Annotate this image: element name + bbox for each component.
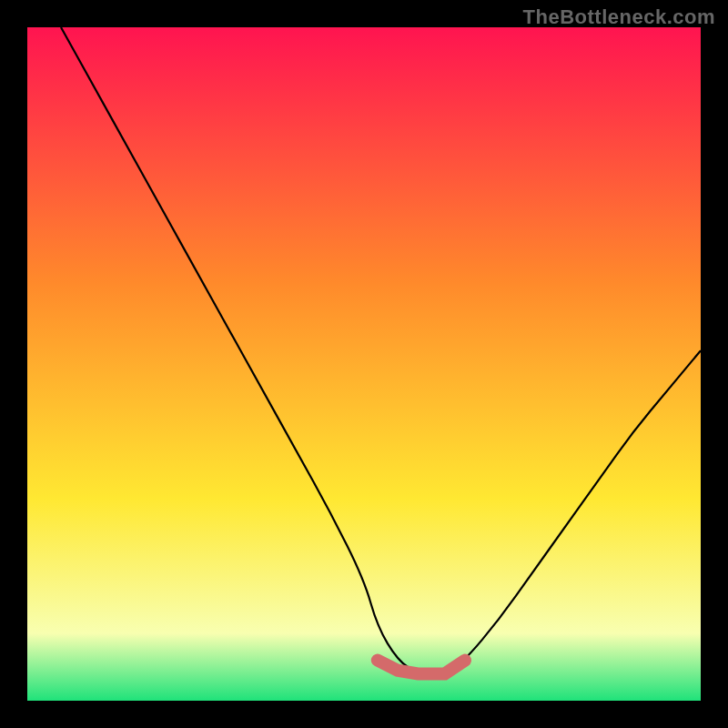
watermark-text: TheBottleneck.com (523, 5, 715, 29)
chart-svg (27, 27, 701, 701)
gradient-background (27, 27, 701, 701)
plot-area (27, 27, 701, 701)
chart-frame: TheBottleneck.com (0, 0, 728, 728)
